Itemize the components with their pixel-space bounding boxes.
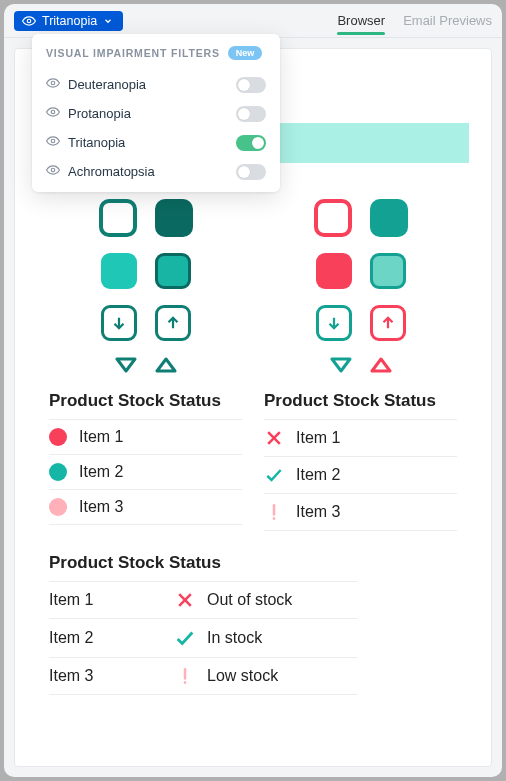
list-item: Item 2 bbox=[49, 455, 242, 490]
list-item: Item 1 bbox=[49, 419, 242, 455]
arrow-up-box-red bbox=[370, 305, 406, 341]
item-label: Item 2 bbox=[79, 463, 123, 481]
topbar: Tritanopia Browser Email Previews bbox=[4, 4, 502, 38]
list-item: Item 3 bbox=[49, 490, 242, 525]
arrow-down-box bbox=[101, 305, 137, 341]
list-item: Item 2 bbox=[264, 457, 457, 494]
bottom-table: Product Stock Status Item 1Out of stockI… bbox=[49, 549, 357, 695]
svg-point-1 bbox=[51, 81, 55, 85]
filter-option-label: Protanopia bbox=[68, 106, 131, 121]
filter-option-achromatopsia[interactable]: Achromatopsia bbox=[46, 157, 266, 186]
svg-point-2 bbox=[51, 110, 55, 114]
triangle-up-red-icon bbox=[370, 357, 392, 373]
eye-icon bbox=[46, 105, 60, 122]
tab-email-previews[interactable]: Email Previews bbox=[403, 7, 492, 34]
swatch-outline-teal bbox=[99, 199, 137, 237]
status-dot bbox=[49, 463, 67, 481]
swatch-outline-red bbox=[314, 199, 352, 237]
swatch-solid-teal2 bbox=[370, 199, 408, 237]
arrow-up-box bbox=[155, 305, 191, 341]
triangle-down-teal-icon bbox=[330, 357, 352, 373]
filter-option-protanopia[interactable]: Protanopia bbox=[46, 99, 266, 128]
eye-icon bbox=[46, 76, 60, 93]
visual-impairment-dropdown: VISUAL IMPAIRMENT FILTERS New Deuteranop… bbox=[32, 34, 280, 192]
svg-marker-12 bbox=[372, 359, 390, 371]
table-row: Item 1Out of stock bbox=[49, 581, 357, 619]
filter-toggle[interactable] bbox=[236, 77, 266, 93]
item-label: Item 2 bbox=[296, 466, 340, 484]
eye-icon bbox=[46, 163, 60, 180]
item-label: Item 1 bbox=[296, 429, 340, 447]
filter-option-label: Tritanopia bbox=[68, 135, 125, 150]
tab-browser[interactable]: Browser bbox=[337, 7, 385, 34]
filter-option-label: Deuteranopia bbox=[68, 77, 146, 92]
filter-toggle[interactable] bbox=[236, 106, 266, 122]
bottom-heading: Product Stock Status bbox=[49, 553, 357, 573]
item-label: Item 3 bbox=[79, 498, 123, 516]
status-dot bbox=[49, 498, 67, 516]
list-item: Item 3 bbox=[264, 494, 457, 531]
table-row: Item 3Low stock bbox=[49, 658, 357, 695]
swatch-solid-teal-bordered bbox=[155, 253, 191, 289]
svg-point-4 bbox=[51, 168, 55, 172]
filter-option-deuteranopia[interactable]: Deuteranopia bbox=[46, 70, 266, 99]
arrow-down-box-teal bbox=[316, 305, 352, 341]
bang-icon bbox=[264, 502, 284, 522]
status-label: In stock bbox=[201, 629, 357, 647]
dropdown-title: VISUAL IMPAIRMENT FILTERS bbox=[46, 47, 220, 59]
chevron-down-icon bbox=[103, 16, 113, 26]
item-label: Item 1 bbox=[49, 591, 169, 609]
swatch-solid-teal bbox=[101, 253, 137, 289]
filter-dropdown-label: Tritanopia bbox=[42, 14, 97, 28]
tabs: Browser Email Previews bbox=[337, 7, 492, 34]
item-label: Item 1 bbox=[79, 428, 123, 446]
triangle-up-icon bbox=[155, 357, 177, 373]
status-dot bbox=[49, 428, 67, 446]
check-icon bbox=[169, 627, 201, 649]
item-label: Item 3 bbox=[296, 503, 340, 521]
status-label: Out of stock bbox=[201, 591, 357, 609]
eye-icon bbox=[22, 14, 36, 28]
filter-dropdown-button[interactable]: Tritanopia bbox=[14, 11, 123, 31]
left-heading: Product Stock Status bbox=[49, 391, 242, 411]
status-label: Low stock bbox=[201, 667, 357, 685]
new-badge: New bbox=[228, 46, 263, 60]
filter-toggle[interactable] bbox=[236, 135, 266, 151]
item-label: Item 2 bbox=[49, 629, 169, 647]
swatch-solid-teal-dark bbox=[155, 199, 193, 237]
table-row: Item 2In stock bbox=[49, 619, 357, 658]
svg-marker-11 bbox=[332, 359, 350, 371]
check-icon bbox=[264, 465, 284, 485]
bang-icon bbox=[169, 666, 201, 686]
x-icon bbox=[169, 590, 201, 610]
filter-option-tritanopia[interactable]: Tritanopia bbox=[46, 128, 266, 157]
svg-point-3 bbox=[51, 139, 55, 143]
swatch-solid-red bbox=[316, 253, 352, 289]
list-item: Item 1 bbox=[264, 419, 457, 457]
svg-marker-7 bbox=[117, 359, 135, 371]
triangle-down-icon bbox=[115, 357, 137, 373]
x-icon bbox=[264, 428, 284, 448]
filter-option-label: Achromatopsia bbox=[68, 164, 155, 179]
item-label: Item 3 bbox=[49, 667, 169, 685]
svg-marker-8 bbox=[157, 359, 175, 371]
swatch-solid-teal-light bbox=[370, 253, 406, 289]
svg-point-0 bbox=[27, 19, 31, 23]
eye-icon bbox=[46, 134, 60, 151]
right-heading: Product Stock Status bbox=[264, 391, 457, 411]
filter-toggle[interactable] bbox=[236, 164, 266, 180]
